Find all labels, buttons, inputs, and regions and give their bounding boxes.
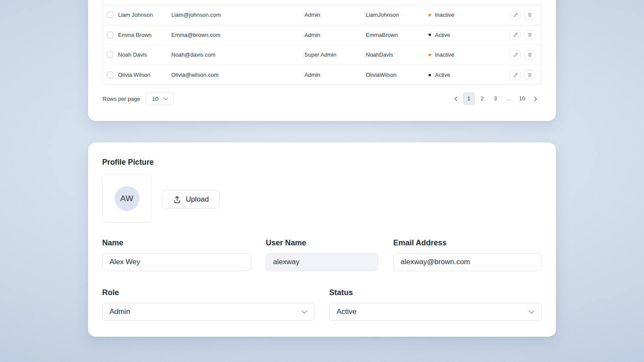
- upload-label: Upload: [186, 195, 209, 204]
- profile-picture-title: Profile Picture: [102, 158, 154, 167]
- trash-icon: [527, 52, 532, 57]
- upload-icon: [173, 196, 181, 204]
- user-email-cell: Liam@johnson.com: [171, 12, 304, 18]
- name-label: Name: [102, 238, 251, 247]
- user-role-cell: Admin: [304, 72, 366, 78]
- role-field: Role Admin: [102, 288, 315, 321]
- user-status-cell: Inactive: [428, 51, 498, 58]
- status-value: Active: [337, 308, 356, 316]
- row-checkbox[interactable]: [107, 72, 113, 78]
- users-table-card: Liam Johnson Liam@johnson.com Admin Liam…: [88, 0, 556, 121]
- pagination: 1 2 3 … 10: [450, 92, 541, 105]
- chevron-down-icon: [529, 310, 535, 314]
- email-label: Email Address: [393, 238, 542, 247]
- delete-button[interactable]: [524, 10, 535, 20]
- status-select[interactable]: Active: [329, 303, 542, 321]
- chevron-down-icon: [164, 97, 168, 100]
- email-field: Email Address: [393, 238, 542, 271]
- row-actions: [498, 10, 535, 20]
- pencil-icon: [513, 32, 518, 37]
- edit-button[interactable]: [510, 70, 521, 80]
- username-field: User Name: [266, 238, 378, 271]
- delete-button[interactable]: [524, 30, 535, 39]
- rows-per-page-value: 10: [152, 96, 158, 102]
- status-label: Active: [435, 32, 450, 38]
- status-dot: [428, 54, 431, 56]
- row-checkbox[interactable]: [107, 51, 113, 58]
- row-checkbox[interactable]: [107, 12, 113, 18]
- user-name-cell: Emma Brown: [118, 32, 171, 38]
- trash-icon: [527, 12, 532, 18]
- table-row: Noah Davis Noah@davis.com Super Admin No…: [103, 45, 541, 65]
- username-label: User Name: [266, 238, 378, 247]
- pencil-icon: [513, 72, 518, 78]
- role-label: Role: [102, 288, 315, 297]
- page-button-3[interactable]: 3: [489, 92, 501, 105]
- name-field: Name: [102, 238, 251, 271]
- row-actions: [498, 50, 535, 60]
- pencil-icon: [513, 52, 518, 57]
- status-label: Inactive: [435, 12, 454, 18]
- table-row-cutoff: [103, 0, 541, 5]
- user-name-cell: Liam Johnson: [118, 12, 171, 18]
- user-username-cell: NoahDavis: [366, 51, 428, 58]
- upload-button[interactable]: Upload: [162, 190, 220, 209]
- user-role-cell: Admin: [304, 32, 366, 38]
- edit-button[interactable]: [510, 30, 521, 39]
- status-label: Active: [435, 72, 450, 78]
- status-dot: [428, 14, 431, 16]
- edit-button[interactable]: [510, 10, 521, 20]
- avatar: AW: [115, 186, 140, 211]
- table-row: Emma Brown Emma@brown.com Admin EmmaBrow…: [103, 25, 541, 45]
- role-select[interactable]: Admin: [102, 303, 315, 321]
- page-button-2[interactable]: 2: [476, 92, 488, 105]
- user-email-cell: Emma@brown.com: [171, 32, 304, 38]
- chevron-down-icon: [301, 310, 307, 314]
- rows-per-page-label: Rows per page: [103, 96, 140, 102]
- email-input[interactable]: [393, 253, 542, 271]
- avatar-container: AW: [102, 175, 152, 223]
- row-actions: [498, 30, 535, 39]
- table-row: Liam Johnson Liam@johnson.com Admin Liam…: [103, 5, 541, 25]
- status-dot: [428, 74, 431, 76]
- user-email-cell: Olivia@wilson.com: [171, 72, 304, 78]
- pencil-icon: [513, 12, 518, 18]
- status-dot: [428, 33, 431, 36]
- page-button-1[interactable]: 1: [463, 92, 475, 105]
- trash-icon: [527, 72, 532, 78]
- table-footer: Rows per page 10 1 2 3 … 10: [103, 92, 541, 106]
- user-status-cell: Active: [428, 32, 498, 38]
- user-username-cell: OliviaWilson: [366, 72, 428, 78]
- user-name-cell: Noah Davis: [118, 51, 171, 58]
- user-name-cell: Olivia Wilson: [118, 72, 171, 78]
- profile-card: Profile Picture AW Upload Name User Name…: [88, 142, 556, 337]
- user-role-cell: Super Admin: [304, 51, 366, 58]
- page-button-10[interactable]: 10: [516, 92, 528, 105]
- delete-button[interactable]: [524, 70, 535, 80]
- next-page-button[interactable]: [529, 92, 541, 105]
- chevron-left-icon: [454, 97, 457, 101]
- user-email-cell: Noah@davis.com: [171, 51, 304, 58]
- table-row: Olivia Wilson Olivia@wilson.com Admin Ol…: [103, 65, 541, 85]
- status-label: Inactive: [435, 51, 454, 58]
- status-label: Status: [329, 288, 542, 297]
- delete-button[interactable]: [524, 50, 535, 60]
- user-role-cell: Admin: [304, 12, 366, 18]
- user-status-cell: Inactive: [428, 12, 498, 18]
- users-table: Liam Johnson Liam@johnson.com Admin Liam…: [103, 0, 541, 85]
- previous-page-button[interactable]: [450, 92, 462, 105]
- name-input[interactable]: [102, 253, 251, 271]
- username-input[interactable]: [266, 253, 378, 271]
- edit-button[interactable]: [510, 50, 521, 60]
- row-actions: [498, 70, 535, 80]
- trash-icon: [527, 32, 532, 37]
- role-value: Admin: [109, 308, 130, 316]
- rows-per-page: Rows per page 10: [103, 92, 174, 105]
- user-username-cell: LiamJohnson: [366, 12, 428, 18]
- row-checkbox[interactable]: [107, 32, 113, 38]
- chevron-right-icon: [534, 97, 537, 101]
- user-status-cell: Active: [428, 72, 498, 78]
- pagination-ellipsis: …: [503, 92, 515, 105]
- rows-per-page-select[interactable]: 10: [146, 92, 173, 105]
- status-field: Status Active: [329, 288, 542, 321]
